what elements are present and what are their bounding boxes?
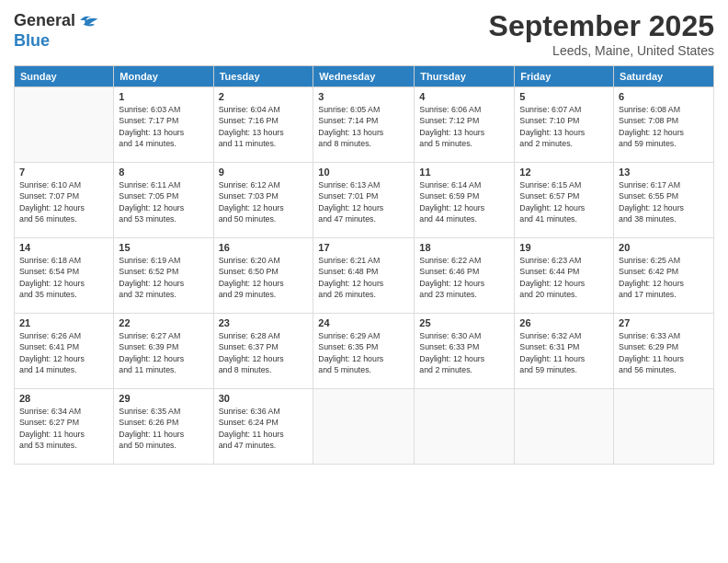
day-number: 9	[219, 167, 309, 178]
day-info: Sunrise: 6:12 AM Sunset: 7:03 PM Dayligh…	[219, 179, 309, 224]
day-info: Sunrise: 6:08 AM Sunset: 7:08 PM Dayligh…	[619, 104, 709, 149]
table-row: 30Sunrise: 6:36 AM Sunset: 6:24 PM Dayli…	[213, 389, 313, 465]
page-header: General Blue September 2025 Leeds, Maine…	[14, 9, 714, 58]
header-tuesday: Tuesday	[213, 66, 313, 87]
day-number: 10	[318, 167, 409, 178]
table-row: 22Sunrise: 6:27 AM Sunset: 6:39 PM Dayli…	[114, 314, 213, 389]
day-info: Sunrise: 6:33 AM Sunset: 6:29 PM Dayligh…	[619, 330, 709, 375]
calendar-table: Sunday Monday Tuesday Wednesday Thursday…	[14, 65, 714, 465]
calendar-week-row: 7Sunrise: 6:10 AM Sunset: 7:07 PM Daylig…	[15, 163, 714, 238]
logo-bird-icon	[77, 9, 99, 31]
day-info: Sunrise: 6:18 AM Sunset: 6:54 PM Dayligh…	[19, 255, 108, 300]
day-number: 3	[318, 91, 409, 102]
day-info: Sunrise: 6:11 AM Sunset: 7:05 PM Dayligh…	[119, 179, 208, 224]
table-row: 1Sunrise: 6:03 AM Sunset: 7:17 PM Daylig…	[114, 87, 213, 163]
day-number: 12	[519, 167, 609, 178]
page-container: General Blue September 2025 Leeds, Maine…	[0, 0, 728, 474]
table-row: 19Sunrise: 6:23 AM Sunset: 6:44 PM Dayli…	[515, 238, 614, 314]
day-number: 17	[318, 242, 409, 253]
day-info: Sunrise: 6:19 AM Sunset: 6:52 PM Dayligh…	[119, 255, 208, 300]
table-row: 14Sunrise: 6:18 AM Sunset: 6:54 PM Dayli…	[15, 238, 114, 314]
table-row: 4Sunrise: 6:06 AM Sunset: 7:12 PM Daylig…	[415, 87, 515, 163]
header-wednesday: Wednesday	[313, 66, 415, 87]
table-row: 8Sunrise: 6:11 AM Sunset: 7:05 PM Daylig…	[114, 163, 213, 238]
day-info: Sunrise: 6:04 AM Sunset: 7:16 PM Dayligh…	[219, 104, 309, 149]
day-number: 7	[19, 167, 108, 178]
day-info: Sunrise: 6:36 AM Sunset: 6:24 PM Dayligh…	[219, 406, 309, 451]
day-number: 6	[619, 91, 709, 102]
logo-general-text: General	[14, 11, 75, 30]
day-number: 13	[619, 167, 709, 178]
day-number: 21	[19, 317, 108, 328]
day-info: Sunrise: 6:26 AM Sunset: 6:41 PM Dayligh…	[19, 330, 108, 375]
day-number: 2	[219, 91, 309, 102]
day-info: Sunrise: 6:05 AM Sunset: 7:14 PM Dayligh…	[318, 104, 409, 149]
day-number: 19	[519, 242, 609, 253]
table-row: 11Sunrise: 6:14 AM Sunset: 6:59 PM Dayli…	[415, 163, 515, 238]
day-info: Sunrise: 6:17 AM Sunset: 6:55 PM Dayligh…	[619, 179, 709, 224]
day-info: Sunrise: 6:29 AM Sunset: 6:35 PM Dayligh…	[318, 330, 409, 375]
calendar-week-row: 1Sunrise: 6:03 AM Sunset: 7:17 PM Daylig…	[15, 87, 714, 163]
calendar-week-row: 21Sunrise: 6:26 AM Sunset: 6:41 PM Dayli…	[15, 314, 714, 389]
day-info: Sunrise: 6:03 AM Sunset: 7:17 PM Dayligh…	[119, 104, 208, 149]
table-row	[15, 87, 114, 163]
table-row: 23Sunrise: 6:28 AM Sunset: 6:37 PM Dayli…	[213, 314, 313, 389]
day-number: 23	[219, 317, 309, 328]
table-row	[614, 389, 714, 465]
day-number: 14	[19, 242, 108, 253]
day-number: 5	[519, 91, 609, 102]
header-monday: Monday	[114, 66, 213, 87]
calendar-week-row: 14Sunrise: 6:18 AM Sunset: 6:54 PM Dayli…	[15, 238, 714, 314]
day-number: 20	[619, 242, 709, 253]
table-row: 20Sunrise: 6:25 AM Sunset: 6:42 PM Dayli…	[614, 238, 714, 314]
table-row	[515, 389, 614, 465]
table-row: 21Sunrise: 6:26 AM Sunset: 6:41 PM Dayli…	[15, 314, 114, 389]
table-row	[313, 389, 415, 465]
table-row: 9Sunrise: 6:12 AM Sunset: 7:03 PM Daylig…	[213, 163, 313, 238]
table-row: 13Sunrise: 6:17 AM Sunset: 6:55 PM Dayli…	[614, 163, 714, 238]
day-info: Sunrise: 6:23 AM Sunset: 6:44 PM Dayligh…	[519, 255, 609, 300]
day-number: 26	[519, 317, 609, 328]
table-row: 17Sunrise: 6:21 AM Sunset: 6:48 PM Dayli…	[313, 238, 415, 314]
day-info: Sunrise: 6:07 AM Sunset: 7:10 PM Dayligh…	[519, 104, 609, 149]
day-info: Sunrise: 6:13 AM Sunset: 7:01 PM Dayligh…	[318, 179, 409, 224]
table-row: 2Sunrise: 6:04 AM Sunset: 7:16 PM Daylig…	[213, 87, 313, 163]
day-number: 18	[419, 242, 509, 253]
day-info: Sunrise: 6:22 AM Sunset: 6:46 PM Dayligh…	[419, 255, 509, 300]
day-info: Sunrise: 6:35 AM Sunset: 6:26 PM Dayligh…	[119, 406, 208, 451]
logo: General Blue	[14, 9, 99, 51]
table-row: 28Sunrise: 6:34 AM Sunset: 6:27 PM Dayli…	[15, 389, 114, 465]
logo-blue-text: Blue	[14, 31, 50, 51]
title-block: September 2025 Leeds, Maine, United Stat…	[489, 9, 714, 58]
day-info: Sunrise: 6:21 AM Sunset: 6:48 PM Dayligh…	[318, 255, 409, 300]
day-number: 24	[318, 317, 409, 328]
table-row: 6Sunrise: 6:08 AM Sunset: 7:08 PM Daylig…	[614, 87, 714, 163]
calendar-week-row: 28Sunrise: 6:34 AM Sunset: 6:27 PM Dayli…	[15, 389, 714, 465]
header-sunday: Sunday	[15, 66, 114, 87]
day-info: Sunrise: 6:27 AM Sunset: 6:39 PM Dayligh…	[119, 330, 208, 375]
location-text: Leeds, Maine, United States	[489, 43, 714, 58]
table-row: 3Sunrise: 6:05 AM Sunset: 7:14 PM Daylig…	[313, 87, 415, 163]
header-thursday: Thursday	[415, 66, 515, 87]
day-number: 25	[419, 317, 509, 328]
day-info: Sunrise: 6:30 AM Sunset: 6:33 PM Dayligh…	[419, 330, 509, 375]
table-row: 10Sunrise: 6:13 AM Sunset: 7:01 PM Dayli…	[313, 163, 415, 238]
day-number: 15	[119, 242, 208, 253]
table-row: 29Sunrise: 6:35 AM Sunset: 6:26 PM Dayli…	[114, 389, 213, 465]
header-friday: Friday	[515, 66, 614, 87]
day-info: Sunrise: 6:14 AM Sunset: 6:59 PM Dayligh…	[419, 179, 509, 224]
day-number: 27	[619, 317, 709, 328]
day-number: 22	[119, 317, 208, 328]
day-info: Sunrise: 6:15 AM Sunset: 6:57 PM Dayligh…	[519, 179, 609, 224]
day-number: 1	[119, 91, 208, 102]
day-info: Sunrise: 6:32 AM Sunset: 6:31 PM Dayligh…	[519, 330, 609, 375]
table-row: 7Sunrise: 6:10 AM Sunset: 7:07 PM Daylig…	[15, 163, 114, 238]
day-info: Sunrise: 6:28 AM Sunset: 6:37 PM Dayligh…	[219, 330, 309, 375]
day-info: Sunrise: 6:25 AM Sunset: 6:42 PM Dayligh…	[619, 255, 709, 300]
day-number: 11	[419, 167, 509, 178]
day-info: Sunrise: 6:06 AM Sunset: 7:12 PM Dayligh…	[419, 104, 509, 149]
header-saturday: Saturday	[614, 66, 714, 87]
table-row	[415, 389, 515, 465]
day-number: 4	[419, 91, 509, 102]
day-number: 29	[119, 393, 208, 404]
